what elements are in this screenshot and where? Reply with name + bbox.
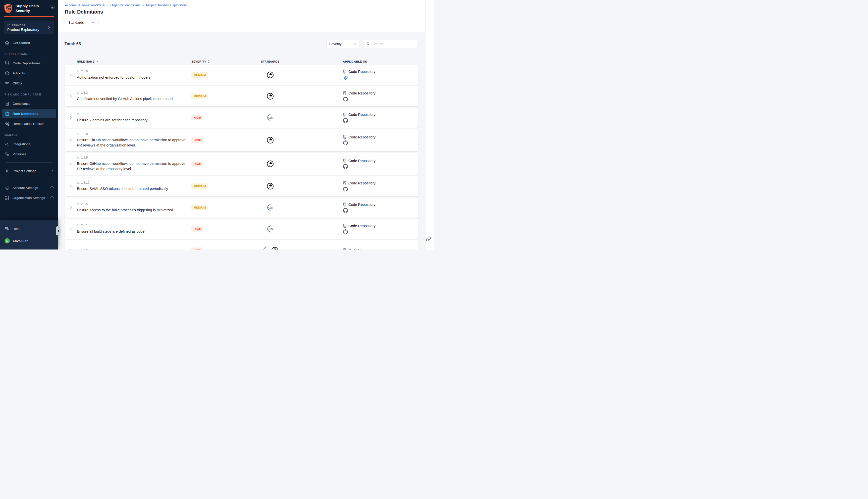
chevron-right-icon: [51, 169, 54, 172]
row-expand-chevron-icon[interactable]: [64, 162, 77, 166]
sidebar-item-rule-definitions[interactable]: Rule Definitions: [2, 109, 56, 118]
owasp-icon: [271, 247, 278, 250]
applicable-on-text: Code Repository: [348, 224, 375, 228]
right-scroll-strip[interactable]: [425, 0, 434, 250]
sidebar-item-label: Compliance: [13, 102, 30, 106]
breadcrumb-organization-link[interactable]: Organization: default: [110, 3, 140, 7]
sidebar-item-artifacts[interactable]: Artifacts: [2, 68, 56, 78]
breadcrumb-project-link[interactable]: Project: Product Exploratory: [146, 3, 187, 7]
table-header-row: RULE NAME SEVERITY STANDARDS APPLICABLE …: [64, 59, 419, 64]
row-expand-chevron-icon[interactable]: [64, 184, 77, 188]
sidebar-item-organization-settings[interactable]: Organization Settings: [2, 193, 56, 203]
severity-cell: HIGH: [190, 247, 240, 250]
github-icon: [343, 187, 419, 192]
table-row[interactable]: Id: 2.3.9Authorization not enforced for …: [64, 65, 419, 85]
owasp-icon: [267, 183, 274, 190]
chevron-down-icon: [91, 21, 95, 24]
sidebar-item-remediation-tracker[interactable]: Remediation Tracker: [2, 119, 56, 129]
row-expand-chevron-icon[interactable]: [64, 248, 77, 250]
standards-filter-dropdown[interactable]: Standards: [65, 19, 98, 26]
applicable-on-cell: Code Repository: [300, 203, 419, 213]
svg-text:CIS: CIS: [264, 249, 269, 250]
sidebar-item-code-repositories[interactable]: Code Repositories: [2, 58, 56, 68]
info-icon[interactable]: [50, 196, 54, 199]
severity-cell: MEDIUM: [190, 94, 240, 99]
chat-bubbles-icon[interactable]: [425, 236, 432, 242]
sidebar-item-integrations[interactable]: Integrations: [2, 139, 56, 149]
code-repo-icon: [343, 91, 347, 96]
project-selector[interactable]: PROJECT Product Exploratory: [4, 21, 54, 34]
column-header-severity[interactable]: SEVERITY: [190, 60, 240, 63]
box-search-icon: [4, 121, 10, 126]
code-repo-icon: [343, 112, 347, 117]
table-row[interactable]: Id: 1.3.10Ensure SAML SSO tokens should …: [64, 176, 419, 196]
table-row[interactable]: Id: 1.3.7Ensure 2 admins are set for eac…: [64, 108, 419, 127]
severity-badge: HIGH: [191, 161, 203, 167]
search-icon: [366, 42, 370, 46]
sort-both-icon: [208, 60, 210, 63]
info-icon[interactable]: [50, 186, 54, 190]
cis-icon: CIS: [262, 246, 270, 250]
code-repo-icon: [343, 159, 347, 163]
row-expand-chevron-icon[interactable]: [64, 116, 77, 119]
total-count: Total: 65: [64, 42, 81, 46]
table-row[interactable]: Id: 2.1.2Certificate not verified by Git…: [64, 86, 419, 106]
severity-badge: HIGH: [191, 247, 203, 250]
row-expand-chevron-icon[interactable]: [64, 95, 77, 98]
github-icon: [343, 164, 419, 169]
row-expand-chevron-icon[interactable]: [64, 73, 77, 77]
row-expand-chevron-icon[interactable]: [64, 206, 77, 209]
sidebar-item-project-settings[interactable]: Project Settings: [2, 166, 56, 175]
sidebar-item-pipelines[interactable]: Pipelines: [2, 149, 56, 159]
sidebar-collapse-handle[interactable]: [56, 227, 60, 235]
severity-cell: MEDIUM: [190, 205, 240, 210]
owasp-icon: [267, 137, 274, 144]
row-expand-chevron-icon[interactable]: [64, 227, 77, 231]
standards-cell: [240, 137, 300, 144]
rule-id: Id: 2.3.5: [77, 202, 187, 206]
rule-id: Id: 1.1.9: [77, 248, 187, 250]
page-title: Rule Definitions: [65, 9, 427, 15]
rule-id: Id: 1.3.10: [77, 181, 187, 184]
applicable-on-text: Code Repository: [348, 159, 375, 163]
app-grid-icon[interactable]: [50, 3, 55, 10]
applicable-on-text: Code Repository: [348, 248, 375, 250]
standards-cell: [240, 93, 300, 100]
breadcrumb-account-link[interactable]: Account: Automation-SSCA: [65, 3, 105, 7]
chevron-separator-icon: ›: [107, 3, 108, 7]
code-repo-icon: [343, 70, 347, 74]
table-row[interactable]: Id: 1.1.9HIGHCISCode Repository: [64, 240, 419, 250]
integrations-icon: [4, 142, 10, 146]
applicable-on-text: Code Repository: [348, 181, 375, 185]
table-row[interactable]: Id: 1.2.8Ensure GitHub action workflows …: [64, 129, 419, 151]
cis-icon: CIS: [266, 114, 274, 121]
row-expand-chevron-icon[interactable]: [64, 138, 77, 142]
rule-name-cell: Id: 2.3.1Ensure all build steps are defi…: [77, 223, 190, 235]
code-repo-icon: [343, 203, 347, 207]
sidebar-item-get-started[interactable]: Get Started: [2, 38, 56, 48]
standards-filter-label: Standards: [68, 21, 84, 24]
table-row[interactable]: Id: 2.3.1Ensure all build steps are defi…: [64, 219, 419, 239]
sidebar-item-compliance[interactable]: Compliance: [2, 99, 56, 108]
sidebar-item-cicd[interactable]: CI/CD: [2, 78, 56, 88]
applicable-on-text: Code Repository: [348, 70, 375, 74]
rule-name: Certificate not verified by GitHub Actio…: [77, 96, 187, 101]
rules-list: Id: 2.3.9Authorization not enforced for …: [64, 65, 419, 250]
severity-cell: HIGH: [190, 226, 240, 232]
sidebar-item-help[interactable]: ? Help: [2, 224, 56, 233]
rule-name: Ensure access to the build process's tri…: [77, 208, 187, 213]
applicable-on-cell: Code Repository: [300, 224, 419, 234]
user-menu[interactable]: L Lavakush: [2, 236, 56, 245]
table-row[interactable]: Id: 1.2.9Ensure GitHub action workflows …: [64, 153, 419, 175]
search-field[interactable]: [363, 40, 419, 48]
table-row[interactable]: Id: 2.3.5Ensure access to the build proc…: [64, 197, 419, 218]
sidebar-item-label: Integrations: [13, 142, 30, 146]
search-input[interactable]: [372, 42, 416, 46]
standards-cell: [240, 160, 300, 167]
sidebar-item-account-settings[interactable]: Account Settings: [2, 183, 56, 193]
severity-filter-dropdown[interactable]: Severity: [326, 40, 359, 48]
collapse-arrow-icon: [58, 230, 59, 232]
applicable-on-text: Code Repository: [348, 112, 375, 117]
applicable-on-cell: Code Repository: [300, 112, 419, 123]
column-header-rule-name[interactable]: RULE NAME: [77, 60, 190, 63]
